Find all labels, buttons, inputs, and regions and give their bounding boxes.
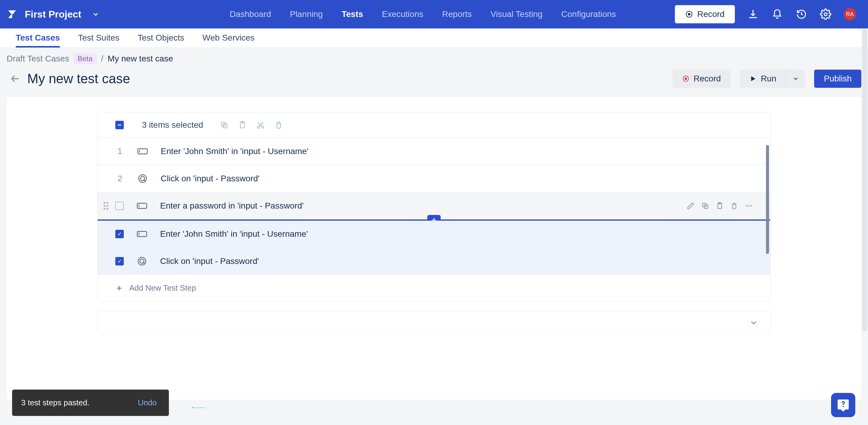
- run-label: Run: [761, 74, 776, 84]
- nav-executions[interactable]: Executions: [382, 9, 424, 19]
- record-button[interactable]: Record: [673, 70, 731, 88]
- page-scrollbar[interactable]: [862, 29, 867, 425]
- play-icon: [749, 75, 756, 82]
- step-row[interactable]: 1 Enter 'John Smith' in 'input - Usernam…: [98, 138, 770, 165]
- record-icon: [682, 75, 689, 82]
- row-actions: [687, 202, 753, 210]
- topbar: First Project Dashboard Planning Tests E…: [0, 0, 868, 28]
- page-title: My new test case: [27, 71, 130, 86]
- bell-icon[interactable]: [771, 8, 783, 20]
- nav-configurations[interactable]: Configurations: [561, 9, 616, 19]
- svg-point-1: [688, 13, 690, 16]
- record-label: Record: [694, 74, 721, 84]
- step-number: 2: [115, 174, 124, 183]
- step-row[interactable]: ✓ Enter 'John Smith' in 'input - Usernam…: [98, 221, 770, 248]
- paste-icon[interactable]: [238, 121, 247, 129]
- nav-dashboard[interactable]: Dashboard: [230, 9, 271, 19]
- step-text: Enter 'John Smith' in 'input - Username': [160, 229, 308, 239]
- breadcrumb: Draft Test Cases Beta / My new test case: [0, 48, 868, 64]
- step-row[interactable]: 2 Click on 'input - Password': [98, 165, 770, 192]
- click-icon: [136, 256, 148, 266]
- more-icon[interactable]: [745, 202, 753, 210]
- indeterminate-checkbox[interactable]: [115, 121, 124, 129]
- nav-reports[interactable]: Reports: [442, 9, 472, 19]
- nav-planning[interactable]: Planning: [290, 9, 323, 19]
- download-icon[interactable]: [747, 8, 759, 20]
- toast: 3 test steps pasted. Undo: [12, 390, 169, 416]
- svg-point-31: [750, 205, 751, 207]
- content-area: 3 items selected 1 Enter 'John Smith' in…: [7, 97, 861, 400]
- project-selector[interactable]: First Project: [6, 8, 100, 20]
- steps-panel: 3 items selected 1 Enter 'John Smith' in…: [97, 112, 771, 302]
- page-scrollbar-thumb[interactable]: [862, 29, 867, 331]
- input-icon: [136, 202, 148, 210]
- tab-test-cases[interactable]: Test Cases: [16, 33, 60, 48]
- chevron-down-icon: [749, 318, 758, 327]
- undo-button[interactable]: Undo: [138, 398, 156, 407]
- svg-point-20: [106, 205, 108, 207]
- step-text: Click on 'input - Password': [161, 174, 260, 183]
- edit-icon[interactable]: [687, 202, 694, 210]
- nav-tests[interactable]: Tests: [342, 9, 363, 19]
- step-checkbox[interactable]: [115, 202, 124, 210]
- step-number: 1: [115, 147, 124, 156]
- gear-icon[interactable]: [819, 8, 832, 20]
- tab-test-objects[interactable]: Test Objects: [138, 33, 184, 48]
- drag-handle-icon[interactable]: [103, 202, 108, 210]
- help-button[interactable]: [831, 393, 855, 417]
- publish-button[interactable]: Publish: [814, 70, 861, 88]
- selection-header: 3 items selected: [98, 112, 770, 138]
- breadcrumb-root[interactable]: Draft Test Cases: [7, 54, 69, 64]
- record-label: Record: [697, 9, 724, 19]
- step-checkbox[interactable]: ✓: [115, 257, 124, 266]
- step-text: Click on 'input - Password': [160, 256, 259, 266]
- avatar[interactable]: RA: [844, 8, 856, 20]
- subtabs: Test Cases Test Suites Test Objects Web …: [0, 28, 868, 48]
- step-checkbox[interactable]: ✓: [115, 230, 124, 238]
- tab-test-suites[interactable]: Test Suites: [78, 33, 120, 48]
- topbar-right: Record RA: [675, 5, 856, 23]
- plus-icon: [115, 284, 123, 292]
- run-button[interactable]: Run: [740, 70, 786, 88]
- project-name: First Project: [25, 9, 82, 20]
- step-row[interactable]: ✓ Click on 'input - Password': [98, 248, 770, 275]
- nav-visual-testing[interactable]: Visual Testing: [491, 9, 542, 19]
- svg-point-30: [748, 205, 749, 207]
- input-icon: [136, 230, 148, 238]
- trash-icon[interactable]: [730, 202, 738, 210]
- top-nav: Dashboard Planning Tests Executions Repo…: [230, 9, 616, 19]
- history-icon[interactable]: [795, 8, 807, 20]
- svg-point-2: [824, 13, 827, 16]
- svg-marker-37: [192, 407, 193, 408]
- beta-badge: Beta: [73, 53, 97, 64]
- svg-point-29: [746, 205, 747, 207]
- svg-point-21: [103, 208, 105, 210]
- back-arrow-icon[interactable]: [9, 73, 21, 85]
- copy-icon[interactable]: [701, 202, 709, 210]
- trash-icon[interactable]: [275, 121, 283, 129]
- record-button-top[interactable]: Record: [675, 5, 735, 23]
- tab-web-services[interactable]: Web Services: [203, 33, 254, 48]
- copy-icon[interactable]: [220, 121, 228, 129]
- app-logo-icon: [6, 8, 18, 20]
- step-text: Enter a password in 'input - Password': [160, 201, 304, 211]
- paste-icon[interactable]: [716, 202, 724, 210]
- svg-marker-5: [751, 76, 755, 81]
- title-actions: Record Run Publish: [673, 70, 861, 88]
- add-step-row[interactable]: Add New Test Step: [98, 275, 770, 301]
- run-dropdown[interactable]: [786, 70, 805, 88]
- step-text: Enter 'John Smith' in 'input - Username': [161, 147, 308, 156]
- breadcrumb-separator: /: [101, 54, 103, 64]
- selection-count: 3 items selected: [142, 120, 203, 130]
- svg-point-18: [106, 202, 108, 204]
- annotation-arrow-icon: [176, 407, 221, 408]
- scrollbar-thumb[interactable]: [766, 145, 769, 254]
- toast-message: 3 test steps pasted.: [21, 398, 89, 407]
- chevron-down-icon: [792, 75, 799, 82]
- record-icon: [685, 10, 693, 18]
- svg-point-19: [103, 205, 105, 207]
- collapsed-panel[interactable]: [97, 311, 771, 335]
- add-step-label: Add New Test Step: [129, 283, 196, 293]
- breadcrumb-current: My new test case: [108, 54, 173, 64]
- cut-icon[interactable]: [256, 121, 265, 129]
